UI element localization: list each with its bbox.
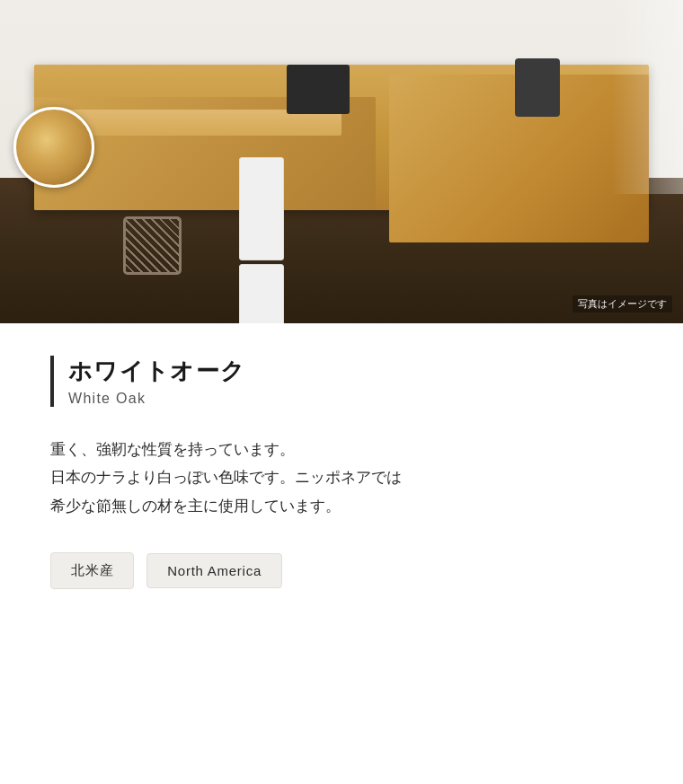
coffee-maker	[515, 58, 560, 117]
material-swatch	[13, 107, 94, 188]
wicker-basket	[123, 216, 182, 275]
tags-row: 北米産 North America	[50, 552, 633, 589]
trash-bin-2	[239, 264, 284, 323]
description-line-3: 希少な節無しの材を主に使用しています。	[50, 498, 341, 515]
title-block: ホワイトオーク White Oak	[50, 356, 633, 407]
image-caption: 写真はイメージです	[572, 295, 672, 313]
content-section: ホワイトオーク White Oak 重く、強靭な性質を持っています。 日本のナラ…	[0, 323, 683, 643]
description-line-1: 重く、強靭な性質を持っています。	[50, 441, 295, 458]
title-english: White Oak	[68, 391, 633, 407]
tag-origin-english: North America	[146, 553, 282, 588]
window-light	[611, 0, 683, 194]
description: 重く、強靭な性質を持っています。 日本のナラより白っぽい色味です。ニッポネアでは…	[50, 436, 633, 520]
trash-bins	[239, 157, 338, 265]
trash-bin-1	[239, 157, 284, 260]
title-japanese: ホワイトオーク	[68, 356, 633, 387]
description-line-2: 日本のナラより白っぽい色味です。ニッポネアでは	[50, 469, 402, 486]
hero-image: 写真はイメージです	[0, 0, 683, 323]
toaster	[287, 65, 350, 114]
tag-origin-japanese: 北米産	[50, 552, 134, 589]
